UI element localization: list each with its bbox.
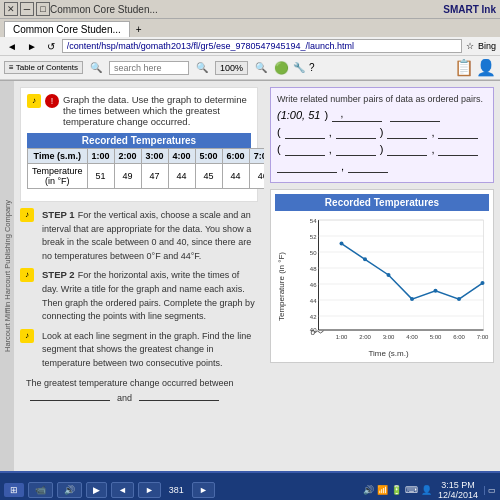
address-bar: ◄ ► ↺ ☆ Bing [0,37,500,56]
step1-box: ♪ STEP 1 For the vertical axis, choose a… [20,208,258,262]
help-button[interactable]: ? [309,62,315,73]
taskbar-media-button[interactable]: 📹 [28,482,53,498]
time-5: 5:00 [195,149,222,164]
tray-icon-1[interactable]: 🔊 [363,485,374,495]
pair1-close: ) [324,109,328,121]
look-step-box: ♪ Look at each line segment in the graph… [20,329,258,370]
pair2-comma2: , [431,126,434,138]
pair2-blank4[interactable] [438,125,478,139]
toolbar-icon-1[interactable]: 📋 [454,58,474,77]
right-panel: Write related number pairs of data as or… [264,81,500,471]
media-icon: 📹 [35,485,46,495]
taskbar-nav-left[interactable]: ◄ [111,482,134,498]
pair3-blank1[interactable] [285,142,325,156]
ordered-pairs-instruction: Write related number pairs of data as or… [277,94,487,104]
page-number: 381 [165,485,188,495]
speaker-icon-1[interactable]: ♪ [27,94,41,108]
sidebar-publisher-label: Harcourt Mifflin Harcourt Publishing Com… [0,81,14,471]
svg-text:2:00: 2:00 [359,334,371,340]
svg-text:50: 50 [310,250,317,256]
pair-line-1: (1:00, 51 ) , [277,108,487,122]
pair4-blank1[interactable] [277,159,337,173]
start-area[interactable]: ⊞ [4,483,24,497]
time-3: 3:00 [141,149,168,164]
pair2-comma: , [329,126,332,138]
step2-box: ♪ STEP 2 For the horizontal axis, write … [20,268,258,322]
pair2-blank1[interactable] [285,125,325,139]
svg-text:7:00: 7:00 [477,334,489,340]
temp-val-7: 46 [249,164,264,189]
taskbar-nav-right[interactable]: ► [138,482,161,498]
maximize-button[interactable]: □ [36,2,50,16]
address-input[interactable] [62,39,462,53]
tray-icon-5[interactable]: 👤 [421,485,432,495]
chart-svg: 54 52 50 48 46 44 42 [288,215,489,345]
and-text: and [117,393,132,403]
taskbar-right: 🔊 📶 🔋 ⌨ 👤 3:15 PM 12/4/2014 ▭ [363,480,496,500]
chart-container: Recorded Temperatures Temperature (in °F… [270,189,494,363]
svg-text:46: 46 [310,282,317,288]
speaker-icon-4[interactable]: ♪ [20,329,34,343]
answer-blank-1[interactable] [30,389,110,401]
taskbar-app-button[interactable]: ▶ [86,482,107,498]
toolbar-search-input[interactable] [109,61,189,75]
pair4-blank2[interactable] [348,159,388,173]
zoom-button[interactable]: 🔍 [252,61,270,74]
svg-point-31 [457,297,461,301]
minimize-button[interactable]: ─ [20,2,34,16]
pair1-blank1[interactable]: , [332,108,382,122]
temp-val-1: 51 [87,164,114,189]
svg-text:48: 48 [310,266,317,272]
svg-point-28 [387,273,391,277]
show-desktop-button[interactable]: ▭ [484,486,496,495]
svg-text:4:00: 4:00 [406,334,418,340]
pair2-open: ( [277,126,281,138]
svg-point-32 [481,281,485,285]
pair2-blank2[interactable] [336,125,376,139]
speaker-icon-2[interactable]: ♪ [20,208,34,222]
speaker-icon-3[interactable]: ♪ [20,268,34,282]
pair3-blank4[interactable] [438,142,478,156]
chart-inner: Temperature (in °F) 54 52 [275,215,489,358]
pair1-blank2[interactable] [390,108,440,122]
taskbar-icon-1: ⊞ [10,485,18,495]
taskbar-speaker-button[interactable]: 🔊 [57,482,82,498]
table-of-contents-button[interactable]: ≡ Table of Contents [4,61,83,74]
step2-label: STEP 2 [42,269,75,280]
tray-icon-2[interactable]: 📶 [377,485,388,495]
pair2-blank3[interactable] [387,125,427,139]
svg-point-29 [410,297,414,301]
info-icon: ! [45,94,59,108]
active-tab[interactable]: Common Core Studen... [4,21,130,37]
y-axis-label: Temperature (in °F) [275,215,288,358]
temperature-row: Temperature (in °F) 51 49 47 44 45 44 46 [28,164,265,189]
chart-area[interactable]: 54 52 50 48 46 44 42 [288,215,489,358]
pair4-comma: , [341,160,344,172]
toolbar-search-button[interactable]: 🔍 [193,61,211,74]
tray-icon-3[interactable]: 🔋 [391,485,402,495]
temp-val-4: 44 [168,164,195,189]
tray-icon-4[interactable]: ⌨ [405,485,418,495]
forward-button[interactable]: ► [24,40,40,53]
back-button[interactable]: ◄ [4,40,20,53]
svg-point-27 [363,257,367,261]
new-tab-button[interactable]: + [130,22,148,37]
svg-point-30 [434,289,438,293]
window-controls[interactable]: ✕ ─ □ [4,2,50,16]
close-button[interactable]: ✕ [4,2,18,16]
toolbar-icon-2[interactable]: 👤 [476,58,496,77]
smart-ink-logo: SMART Ink [443,4,496,15]
svg-text:52: 52 [310,234,317,240]
taskbar-forward-button[interactable]: ► [192,482,215,498]
answer-blank-2[interactable] [139,389,219,401]
refresh-button[interactable]: ↺ [44,40,58,53]
pair3-blank2[interactable] [336,142,376,156]
main-toolbar: ≡ Table of Contents 🔍 🔍 100% 🔍 🟢 🔧 ? 📋 👤 [0,56,500,80]
svg-point-26 [340,242,344,246]
star-icon[interactable]: ☆ [466,41,474,51]
green-circle-button[interactable]: 🟢 [274,61,289,75]
tools-button[interactable]: 🔧 [293,62,305,73]
pair3-blank3[interactable] [387,142,427,156]
time-6: 6:00 [222,149,249,164]
search-icon[interactable]: 🔍 [87,61,105,74]
